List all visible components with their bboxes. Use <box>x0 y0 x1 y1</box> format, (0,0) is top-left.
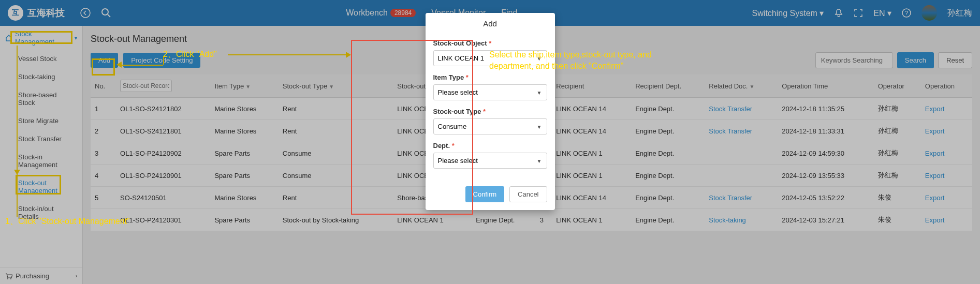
modal-footer: Confirm Cancel <box>426 181 555 210</box>
confirm-button[interactable]: Confirm <box>465 186 505 202</box>
dept-select[interactable]: Please select <box>433 153 547 169</box>
modal-title: Add <box>426 13 555 34</box>
stockout-object-label: Stock-out Object * <box>433 39 547 47</box>
item-type-label: Item Type * <box>433 73 547 81</box>
item-type-select[interactable]: Please select <box>433 84 547 100</box>
stockout-type-select[interactable]: Consume <box>433 118 547 134</box>
cancel-button[interactable]: Cancel <box>509 186 547 202</box>
stockout-type-label: Stock-out Type * <box>433 108 547 115</box>
add-modal: Add Stock-out Object * LINK OCEAN 1▼ Ite… <box>426 13 555 210</box>
modal-body: Stock-out Object * LINK OCEAN 1▼ Item Ty… <box>426 34 555 181</box>
stockout-object-select[interactable]: LINK OCEAN 1 <box>433 50 547 66</box>
dept-label: Dept. * <box>433 142 547 150</box>
